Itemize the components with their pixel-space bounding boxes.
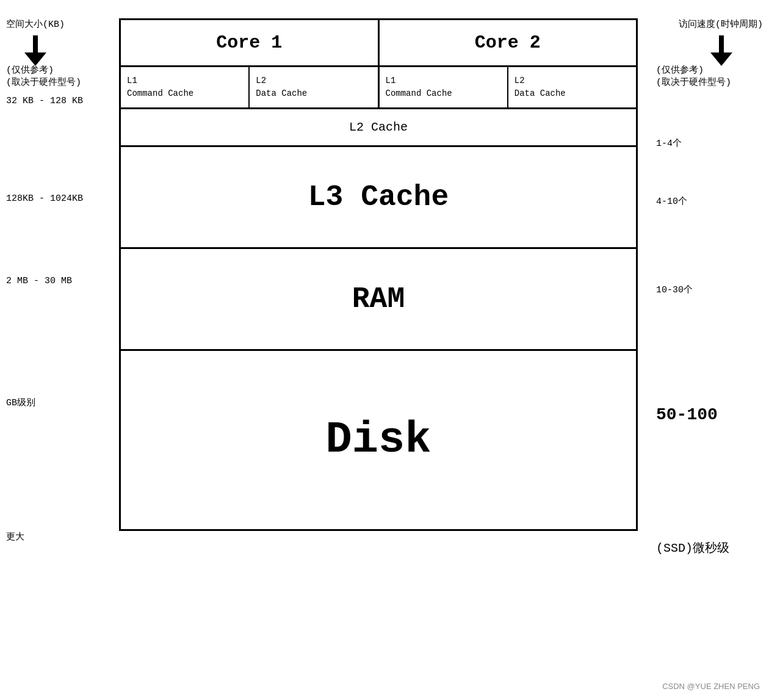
core-2-label: Core 2 <box>380 20 637 65</box>
disk-row: Disk <box>121 351 636 529</box>
disk-label: Disk <box>326 415 431 465</box>
l3-cache-label: L3 Cache <box>308 181 449 214</box>
left-size3: 2 MB - 30 MB <box>6 275 72 287</box>
ram-label: RAM <box>352 283 405 316</box>
l3-cache-row: L3 Cache <box>121 147 636 249</box>
diagram: Core 1 Core 2 L1Command Cache L2Data Cac… <box>119 18 638 531</box>
left-note2: (取决于硬件型号) <box>6 76 81 89</box>
right-speed4: 50-100 <box>656 403 718 427</box>
left-size5: 更大 <box>6 531 24 544</box>
right-speed3: 10-30个 <box>656 284 693 297</box>
core1-l1-cache: L1Command Cache <box>121 67 250 107</box>
core-1-label: Core 1 <box>121 20 380 65</box>
core2-l2-cache: L2Data Cache <box>508 67 636 107</box>
left-title: 空间大小(KB) <box>6 18 65 31</box>
page-container: 空间大小(KB) (仅供参考) (取决于硬件型号) 32 KB - 128 KB… <box>0 0 769 700</box>
ram-row: RAM <box>121 249 636 351</box>
cache-row: L1Command Cache L2Data Cache L1Command C… <box>121 67 636 109</box>
left-note1: (仅供参考) <box>6 64 54 77</box>
core2-l2-label: L2Data Cache <box>514 76 566 98</box>
right-speed2: 4-10个 <box>656 195 687 208</box>
left-size4: GB级别 <box>6 397 35 410</box>
core-row: Core 1 Core 2 <box>121 20 636 67</box>
core1-l2-cache: L2Data Cache <box>250 67 379 107</box>
core1-l2-label: L2Data Cache <box>256 76 307 98</box>
l2-cache-label: L2 Cache <box>349 120 408 134</box>
right-note2: (取决于硬件型号) <box>656 76 731 89</box>
core1-l1-label: L1Command Cache <box>127 76 193 98</box>
left-size1: 32 KB - 128 KB <box>6 95 83 107</box>
outer-box: Core 1 Core 2 L1Command Cache L2Data Cac… <box>119 18 638 531</box>
right-speed5: (SSD)微秒级 <box>656 540 729 557</box>
core2-l1-label: L1Command Cache <box>386 76 452 98</box>
l2-cache-row: L2 Cache <box>121 109 636 147</box>
right-speed1: 1-4个 <box>656 137 682 150</box>
core2-l1-cache: L1Command Cache <box>380 67 508 107</box>
right-note1: (仅供参考) <box>656 64 704 77</box>
right-title: 访问速度(时钟周期) <box>679 18 763 31</box>
left-size2: 128KB - 1024KB <box>6 192 83 205</box>
watermark: CSDN @YUE ZHEN PENG <box>662 682 760 691</box>
